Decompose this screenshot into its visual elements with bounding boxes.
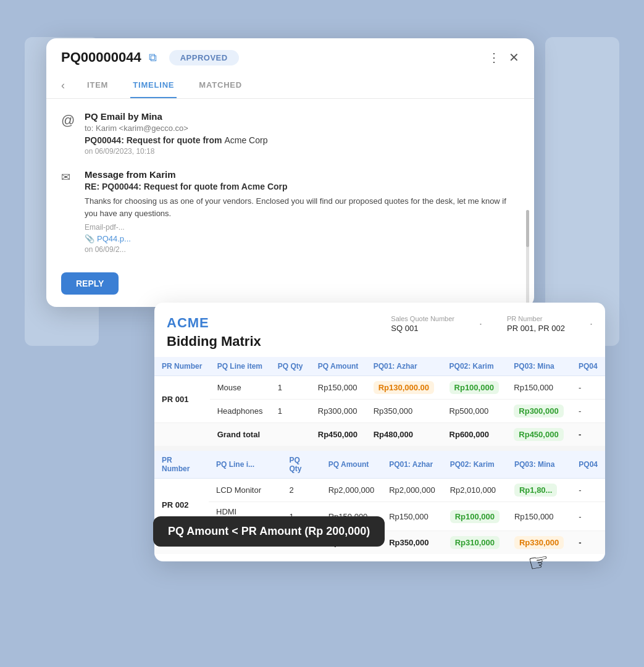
table-row: Headphones 1 Rp300,000 Rp350,000 Rp500,0…	[154, 400, 605, 423]
section-divider	[154, 446, 605, 451]
tooltip-text: PQ Amount < PR Amount (Rp 200,000)	[168, 525, 370, 537]
th2-pq01: PQ01: Azhar	[382, 451, 442, 479]
acme-logo: ACME	[167, 315, 261, 331]
status-badge: APPROVED	[169, 50, 239, 65]
link-text: PQ44.p...	[97, 234, 131, 243]
main-modal: PQ00000044 ⧉ APPROVED ⋮ ✕ ‹ ITEM TIMELIN…	[46, 38, 534, 307]
subject-company: Acme Corp	[224, 135, 267, 145]
th-pq01: PQ01: Azhar	[366, 357, 442, 376]
th-pq-line-item: PQ Line item	[210, 357, 270, 376]
grand-total-label-1	[154, 423, 210, 447]
bidding-table-pr001: PR Number PQ Line item PQ Qty PQ Amount …	[154, 357, 605, 446]
pq03-hdmi: Rp150,000	[507, 502, 571, 531]
pq04-hdmi: -	[571, 502, 605, 531]
cell-green-total-pq03-1: Rp450,000	[514, 428, 563, 441]
pq-amount-headphones: Rp300,000	[311, 400, 366, 423]
grand-total-pq04-1: -	[571, 423, 605, 447]
timeline-message-body: Message from Karim RE: PQ00044: Request …	[85, 169, 519, 254]
close-button[interactable]: ✕	[509, 50, 519, 65]
table1-body: PR 001 Mouse 1 Rp150,000 Rp130,000.00 Rp…	[154, 376, 605, 447]
pq03-mouse: Rp150,000	[506, 376, 571, 400]
grand-total-pq-amount-1: Rp450,000	[311, 423, 366, 447]
grand-total-qty-1	[270, 423, 311, 447]
pq03-lcd: Rp1,80...	[507, 479, 571, 502]
pq01-mouse: Rp130,000.00	[366, 376, 442, 400]
bidding-header: ACME Bidding Matrix Sales Quote Number S…	[154, 315, 605, 357]
modal-title: PQ00000044	[61, 49, 141, 65]
modal-header: PQ00000044 ⧉ APPROVED ⋮ ✕	[46, 38, 534, 73]
timeline-content: @ PQ Email by Mina to: Karim <karim@gecc…	[46, 99, 534, 307]
timeline-message-text: Thanks for choosing us as one of your ve…	[85, 195, 519, 219]
grand-total-pq02-2: Rp310,000	[443, 531, 507, 555]
reply-button[interactable]: REPLY	[61, 272, 119, 295]
pq02-mouse: Rp100,000	[442, 376, 507, 400]
grand-total-text-1: Grand total	[210, 423, 270, 447]
pr-label-001: PR 001	[154, 376, 210, 423]
item-mouse: Mouse	[210, 376, 270, 400]
th2-pq-amount: PQ Amount	[321, 451, 382, 479]
grand-total-row-1: Grand total Rp450,000 Rp480,000 Rp600,00…	[154, 423, 605, 447]
timeline-message-date: on 06/09/2...	[85, 245, 519, 254]
pr-number-label: PR Number	[507, 315, 565, 322]
timeline-message-title: Message from Karim	[85, 169, 519, 180]
timeline-email-date: on 06/09/2023, 10:18	[85, 147, 519, 156]
qty-lcd: 2	[282, 479, 320, 502]
timeline-attachment-label: Email-pdf-...	[85, 223, 519, 232]
grand-total-pq04-2: -	[571, 531, 605, 555]
pq04-lcd: -	[571, 479, 605, 502]
timeline-message-subject: RE: PQ00044: Request for quote from Acme…	[85, 182, 519, 191]
bidding-meta: Sales Quote Number SQ 001 · PR Number PR…	[391, 315, 593, 333]
tab-item[interactable]: ITEM	[85, 73, 111, 98]
th2-pq02: PQ02: Karim	[443, 451, 507, 479]
cell-orange-mouse-pq01: Rp130,000.00	[374, 381, 434, 394]
cell-green-hdmi-pq02: Rp100,000	[450, 510, 500, 523]
timeline-email-title: PQ Email by Mina	[85, 111, 519, 122]
bg-decoration-right	[545, 37, 619, 346]
table-row: PR 002 LCD Monitor 2 Rp2,000,000 Rp2,000…	[154, 479, 605, 502]
subject-bold-part: PQ00044: Request for quote from	[85, 135, 224, 145]
pq01-hdmi: Rp150,000	[382, 502, 442, 531]
at-icon: @	[61, 112, 76, 156]
pq-amount-lcd: Rp2,000,000	[321, 479, 382, 502]
grand-total-pq01-1: Rp480,000	[366, 423, 442, 447]
pq02-hdmi: Rp100,000	[443, 502, 507, 531]
item-lcd: LCD Monitor	[209, 479, 282, 502]
pq03-headphones: Rp300,000	[506, 400, 571, 423]
scrollbar-track[interactable]	[526, 210, 529, 307]
table-row: PR 001 Mouse 1 Rp150,000 Rp130,000.00 Rp…	[154, 376, 605, 400]
timeline-email-to: to: Karim <karim@gecco.co>	[85, 124, 519, 133]
pq02-headphones: Rp500,000	[442, 400, 507, 423]
grand-total-pq02-1: Rp600,000	[442, 423, 507, 447]
th-pq03: PQ03: Mina	[506, 357, 571, 376]
pr-number-value: PR 001, PR 002	[507, 324, 565, 333]
tab-timeline[interactable]: TIMELINE	[130, 73, 177, 98]
meta-dot-2: ·	[590, 317, 593, 330]
table1-header: PR Number PQ Line item PQ Qty PQ Amount …	[154, 357, 605, 376]
pq-amount-mouse: Rp150,000	[311, 376, 366, 400]
th2-pq04: PQ04	[571, 451, 605, 479]
more-options-button[interactable]: ⋮	[488, 50, 500, 65]
tooltip-box: PQ Amount < PR Amount (Rp 200,000)	[153, 516, 385, 547]
th-pr-number: PR Number	[154, 357, 210, 376]
pq02-lcd: Rp2,010,000	[443, 479, 507, 502]
grand-total-pq01-2: Rp350,000	[382, 531, 442, 555]
tabs-bar: ‹ ITEM TIMELINE MATCHED	[46, 73, 534, 99]
th-pq-qty: PQ Qty	[270, 357, 311, 376]
cell-green-lcd-pq03: Rp1,80...	[514, 484, 557, 497]
message-subject-full: RE: PQ00044: Request for quote from Acme…	[85, 182, 288, 191]
th2-pr-number: PR Number	[154, 451, 209, 479]
back-button[interactable]: ‹	[61, 73, 65, 98]
tab-matched[interactable]: MATCHED	[196, 73, 245, 98]
sales-quote-meta: Sales Quote Number SQ 001	[391, 315, 454, 333]
cell-green-mouse-pq02: Rp100,000	[450, 381, 499, 394]
cursor-hand-icon: ☞	[525, 547, 551, 577]
copy-icon[interactable]: ⧉	[149, 51, 157, 64]
table2-header: PR Number PQ Line i... PQ Qty PQ Amount …	[154, 451, 605, 479]
timeline-attachment-link[interactable]: 📎 PQ44.p...	[85, 234, 519, 243]
qty-mouse: 1	[270, 376, 311, 400]
timeline-item-email: @ PQ Email by Mina to: Karim <karim@gecc…	[61, 111, 519, 156]
bidding-title: Bidding Matrix	[167, 334, 261, 350]
th-pq-amount: PQ Amount	[311, 357, 366, 376]
cell-green-total-pq02-2: Rp310,000	[450, 536, 500, 549]
th-pq04: PQ04	[571, 357, 605, 376]
